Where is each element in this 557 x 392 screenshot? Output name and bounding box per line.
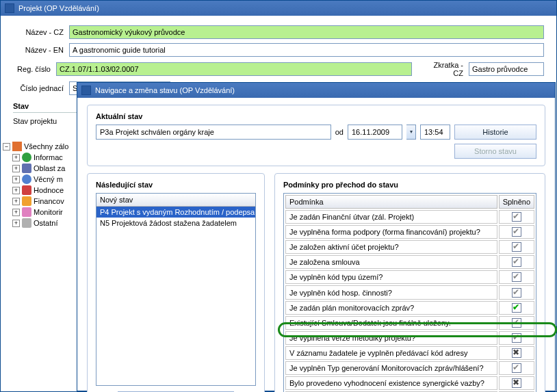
check-icon: [512, 242, 521, 252]
col-podminka[interactable]: Podmínka: [285, 195, 497, 209]
table-row[interactable]: Je vyplněna verze metodiky projektu?: [285, 331, 534, 345]
cond-check: [499, 240, 534, 254]
legend-next: Následující stav: [96, 181, 256, 189]
fieldset-next: Následující stav Nový stav P4 Projekt s …: [87, 173, 265, 392]
check-icon: [512, 363, 521, 373]
cond-check: [499, 331, 534, 345]
input-zkratka[interactable]: [469, 62, 544, 76]
tree-item-label: Věcný m: [34, 175, 63, 183]
titlebar-nav[interactable]: Navigace a změna stavu (OP Vzdělávání): [77, 83, 555, 98]
tree-item-icon: [22, 207, 31, 217]
fieldset-aktualni: Aktuální stav od ▾ Historie Storno stavu: [87, 105, 545, 166]
input-time[interactable]: [420, 125, 450, 140]
cond-text: Je vyplněna verze metodiky projektu?: [285, 331, 497, 345]
cond-text: Existující Smlouva/Dodatek jsou finálně …: [285, 316, 497, 330]
expander-icon[interactable]: +: [12, 220, 20, 227]
table-row[interactable]: Je zadán Finanční útvar (zál. Projekt): [285, 210, 534, 224]
expander-icon[interactable]: +: [12, 154, 20, 161]
check-icon: [512, 272, 521, 282]
tree-item-label: Ostatní: [34, 219, 57, 227]
cond-text: Je vyplněn kód typu území?: [285, 270, 497, 284]
cond-text: Je založen aktivní účet projektu?: [285, 240, 497, 254]
check-icon: [512, 348, 521, 358]
expander-icon[interactable]: +: [12, 165, 20, 172]
cond-text: Je založena smlouva: [285, 255, 497, 269]
col-splneno[interactable]: Splněno: [499, 195, 534, 209]
input-reg[interactable]: [56, 62, 412, 76]
listbox-next-states[interactable]: Nový stav P4 Projekt s vydaným Rozhodnut…: [96, 193, 256, 386]
cond-check: [499, 361, 534, 375]
cond-text: Je vyplněn kód hosp. činnosti?: [285, 285, 497, 299]
check-icon: [512, 257, 521, 267]
expander-icon[interactable]: +: [12, 187, 20, 194]
cond-check: [499, 210, 534, 224]
window-title: Projekt (OP Vzdělávání): [18, 4, 99, 12]
tree-item-label: Informac: [34, 153, 63, 161]
input-nazev-cz[interactable]: [69, 25, 544, 39]
dropdown-icon[interactable]: ▾: [406, 125, 416, 140]
table-row[interactable]: Je založena smlouva: [285, 255, 534, 269]
table-row[interactable]: Je vyplněn kód typu území?: [285, 270, 534, 284]
table-row[interactable]: Je vyplněna forma podpory (forma financo…: [285, 225, 534, 239]
check-icon: [512, 227, 521, 237]
tree-item-icon: [22, 185, 31, 195]
cond-check: [499, 225, 534, 239]
table-row[interactable]: Bylo provedeno vyhodnocení existence syn…: [285, 376, 534, 390]
table-conditions: Podmínka Splněno Je zadán Finanční útvar…: [283, 193, 536, 392]
tree-item-label: Monitorir: [34, 208, 63, 216]
cond-check: [499, 255, 534, 269]
table-row[interactable]: Je vyplněn Typ generování Monitorovacích…: [285, 361, 534, 375]
input-nazev-en[interactable]: [69, 43, 544, 57]
cond-check: [499, 301, 534, 315]
titlebar-project[interactable]: Projekt (OP Vzdělávání): [1, 1, 556, 16]
app-icon: [81, 86, 91, 95]
check-icon: [512, 333, 521, 343]
expander-icon[interactable]: +: [12, 198, 20, 205]
expander-icon[interactable]: +: [12, 209, 20, 216]
cond-text: Je zadán Finanční útvar (zál. Projekt): [285, 210, 497, 224]
cond-text: Je vyplněn Typ generování Monitorovacích…: [285, 361, 497, 375]
app-icon: [5, 3, 14, 13]
label-od: od: [335, 128, 344, 136]
cond-check: [499, 346, 534, 360]
folder-icon: [12, 142, 22, 151]
table-row[interactable]: V záznamu žadatele je vyplněn předávací …: [285, 346, 534, 360]
cond-text: Je zadán plán monitorovacích zpráv?: [285, 301, 497, 315]
expander-icon[interactable]: +: [12, 176, 20, 183]
button-storno[interactable]: Storno stavu: [454, 144, 536, 159]
list-item[interactable]: P4 Projekt s vydaným Rozhodnutím / podep…: [96, 207, 255, 218]
label-nazev-cz: Název - CZ: [13, 28, 64, 36]
tree-item-label: Hodnoce: [34, 186, 64, 194]
tree-item-icon: [22, 174, 31, 184]
check-icon: [512, 288, 521, 298]
expander-icon[interactable]: −: [3, 143, 10, 151]
input-date[interactable]: [348, 125, 402, 140]
label-zkratka: Zkratka - CZ: [426, 61, 463, 77]
window-nav: Navigace a změna stavu (OP Vzdělávání) A…: [77, 82, 556, 391]
button-historie[interactable]: Historie: [454, 125, 536, 140]
legend-conditions: Podmínky pro přechod do stavu: [283, 181, 536, 189]
tree-item-icon: [22, 153, 31, 162]
tree-item-icon: [22, 196, 31, 206]
check-icon: [512, 212, 521, 222]
tree-item-icon: [22, 164, 31, 173]
legend-aktualni: Aktuální stav: [96, 112, 536, 120]
check-icon: [512, 318, 521, 328]
listbox-header[interactable]: Nový stav: [96, 194, 255, 207]
nav-window-title: Navigace a změna stavu (OP Vzdělávání): [95, 86, 235, 94]
check-icon: [512, 378, 521, 388]
input-current-state[interactable]: [96, 125, 331, 140]
label-reg: Reg. číslo: [13, 65, 51, 73]
table-row[interactable]: Je vyplněn kód hosp. činnosti?: [285, 285, 534, 299]
list-item[interactable]: N5 Projektová žádost stažena žadatelem: [96, 218, 255, 228]
tree-root-label: Všechny zálo: [24, 142, 68, 151]
cond-check: [499, 376, 534, 390]
cond-check: [499, 316, 534, 330]
table-row[interactable]: Existující Smlouva/Dodatek jsou finálně …: [285, 316, 534, 330]
cond-text: V záznamu žadatele je vyplněn předávací …: [285, 346, 497, 360]
table-row[interactable]: Je založen aktivní účet projektu?: [285, 240, 534, 254]
fieldset-conditions: Podmínky pro přechod do stavu Podmínka S…: [274, 173, 545, 392]
table-row[interactable]: Je zadán plán monitorovacích zpráv?: [285, 301, 534, 315]
tree-item-label: Oblast za: [34, 164, 65, 172]
tree-item-icon: [22, 218, 31, 228]
